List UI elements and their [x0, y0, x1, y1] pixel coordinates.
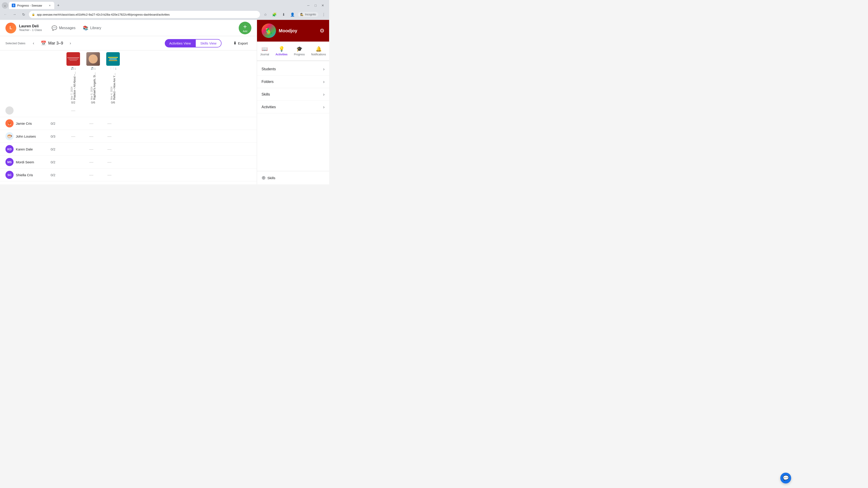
activity-music-icon-2: 🎵 [91, 67, 94, 70]
journal-icon: 📖 [261, 46, 268, 52]
student-avatar-mordi: MS [5, 158, 13, 166]
table-row-0: — [0, 104, 257, 117]
add-skills-button[interactable]: ⊕ Skills [261, 175, 275, 181]
sidebar-header: 🦜 Moodjoy ⚙ [257, 20, 329, 41]
new-tab-button[interactable]: + [55, 2, 61, 8]
student-avatar-shiella: SC [5, 171, 13, 179]
student-cell-shiella-2: — [100, 173, 119, 177]
activity-col-header-3[interactable]: ⋮⋮ 1 Mar 4, 2024 Reflect – How Are Y… 0/… [104, 52, 122, 104]
activity-title-2: Mar 5, 2024 Raphael's Angels, Si… [90, 70, 96, 100]
progress-label: Progress [294, 53, 305, 56]
filter-students: Students › [257, 63, 329, 75]
export-button[interactable]: ⬇ Export [230, 39, 251, 47]
activity-score-1: 0/2 [71, 101, 75, 104]
student-cell-jamie-2: — [100, 121, 119, 126]
student-avatar-karen: KD [5, 145, 13, 153]
student-cell-john-1: — [82, 134, 100, 139]
address-bar[interactable]: 🔒 app.seesaw.me/#/class/class.e01bf4c2-9… [29, 11, 260, 18]
date-prev-button[interactable]: ‹ [30, 39, 37, 47]
tab-close-button[interactable]: ✕ [48, 4, 52, 7]
activity-score-2: 0/6 [91, 101, 95, 104]
filter-students-header[interactable]: Students › [257, 63, 329, 75]
student-cell-karen-2: — [100, 147, 119, 152]
notifications-icon: 🔔 [315, 46, 322, 52]
sidebar-nav-notifications[interactable]: 🔔 Notifications [309, 44, 329, 58]
student-cell-jamie-1: — [82, 121, 100, 126]
activity-title-1: Mar 7, 2024 Practice – All About –… [70, 70, 76, 100]
activities-filter-chevron-icon: › [323, 104, 324, 109]
filter-folders: Folders › [257, 75, 329, 88]
messages-link[interactable]: 💬 Messages [52, 25, 75, 31]
student-info-0 [5, 106, 51, 115]
forward-button[interactable]: → [11, 11, 18, 18]
profile-button[interactable]: 👤 [289, 11, 296, 18]
student-info-jamie: 🦊 Jamie Cris [5, 119, 51, 127]
browser-tab[interactable]: S Progress - Seesaw ✕ [9, 2, 54, 9]
library-link[interactable]: 📚 Library [83, 25, 101, 31]
menu-button[interactable]: ⋮ [320, 11, 327, 18]
add-button-label: Add [243, 30, 247, 33]
tab-favicon: S [12, 4, 16, 7]
filter-skills-header[interactable]: Skills › [257, 88, 329, 101]
activity-meta-3: ⋮⋮ 1 [110, 67, 116, 70]
student-cell-john-0: — [64, 134, 82, 139]
right-sidebar: 🦜 Moodjoy ⚙ 📖 Journal 💡 Activities 🎓 Pro… [257, 20, 329, 184]
incognito-icon: 🕵 [300, 13, 304, 16]
activity-thumbnail-3 [106, 52, 120, 66]
activity-title-3: Mar 4, 2024 Reflect – How Are Y… [110, 70, 116, 100]
journal-label: Journal [260, 53, 269, 56]
activity-count-3: 1 [115, 67, 116, 70]
date-next-button[interactable]: › [67, 39, 74, 47]
student-score-shiella: 0/2 [51, 173, 64, 177]
nav-links: 💬 Messages 📚 Library [52, 25, 101, 31]
extensions-button[interactable]: 🧩 [271, 11, 278, 18]
filter-activities-header[interactable]: Activities › [257, 101, 329, 113]
app-layout: L Lauren Deli Teacher - 1 Class 💬 Messag… [0, 20, 329, 184]
filter-folders-header[interactable]: Folders › [257, 75, 329, 88]
activity-col-header-1[interactable]: 🎵 1 Mar 7, 2024 Practice – All About –… … [64, 52, 82, 104]
student-score-karen: 0/2 [51, 147, 64, 151]
reload-button[interactable]: ↻ [20, 11, 27, 18]
activity-meta-2: 🎵 1 [91, 67, 96, 70]
activity-count-2: 1 [94, 67, 96, 70]
top-nav: L Lauren Deli Teacher - 1 Class 💬 Messag… [0, 20, 257, 36]
students-list: — 🦊 Jamie Cris 0/2 [0, 104, 257, 182]
activity-col-header-2[interactable]: 🎵 1 Mar 5, 2024 Raphael's Angels, Si… 0/… [84, 52, 102, 104]
activities-view-button[interactable]: Activities View [165, 39, 195, 47]
sidebar-nav-activities[interactable]: 💡 Activities [273, 44, 290, 58]
maximize-button[interactable]: □ [313, 3, 318, 8]
filter-skills: Skills › [257, 88, 329, 101]
filter-skills-title: Skills [261, 92, 270, 96]
student-cell-john-2: — [100, 134, 119, 139]
student-cell-karen-1: — [82, 147, 100, 152]
back-button[interactable]: ← [2, 11, 9, 18]
sidebar-nav-journal[interactable]: 📖 Journal [257, 44, 272, 58]
tab-prev-button[interactable]: ⌄ [2, 2, 8, 8]
address-bar-row: ← → ↻ 🔒 app.seesaw.me/#/class/class.e01b… [0, 9, 329, 20]
scroll-area[interactable]: 🎵 1 Mar 7, 2024 Practice – All About –… … [0, 51, 257, 184]
calendar-icon: 📅 [41, 40, 46, 46]
date-bar: Selected Dates ‹ 📅 Mar 3–9 › Activities … [0, 36, 257, 51]
minimize-button[interactable]: ─ [306, 3, 311, 8]
date-range: Mar 3–9 [48, 41, 63, 46]
skills-view-button[interactable]: Skills View [195, 39, 221, 47]
user-name: Lauren Deli [19, 24, 42, 28]
student-info-mordi: MS Mordi Seem [5, 158, 51, 166]
bookmark-button[interactable]: ☆ [262, 11, 269, 18]
table-row-karen-dale: KD Karen Dale 0/2 — — [0, 143, 257, 156]
notifications-label: Notifications [311, 53, 326, 56]
sidebar-bottom: ⊕ Skills [257, 171, 329, 184]
close-button[interactable]: ✕ [320, 3, 326, 8]
address-text: app.seesaw.me/#/class/class.e01bf4c2-9a2… [37, 13, 257, 16]
gear-icon[interactable]: ⚙ [320, 28, 324, 34]
activities-nav-label: Activities [276, 53, 287, 56]
user-info: L Lauren Deli Teacher - 1 Class [5, 23, 46, 33]
progress-icon: 🎓 [296, 46, 303, 52]
downloads-button[interactable]: ⬇ [280, 11, 287, 18]
student-name-jamie: Jamie Cris [16, 122, 32, 125]
moodjoy-info: Moodjoy [279, 28, 317, 33]
add-button[interactable]: + Add [239, 22, 251, 34]
table-row-jamie-cris: 🦊 Jamie Cris 0/2 — — [0, 117, 257, 130]
student-score-john: 0/3 [51, 134, 64, 138]
sidebar-nav-progress[interactable]: 🎓 Progress [291, 44, 307, 58]
